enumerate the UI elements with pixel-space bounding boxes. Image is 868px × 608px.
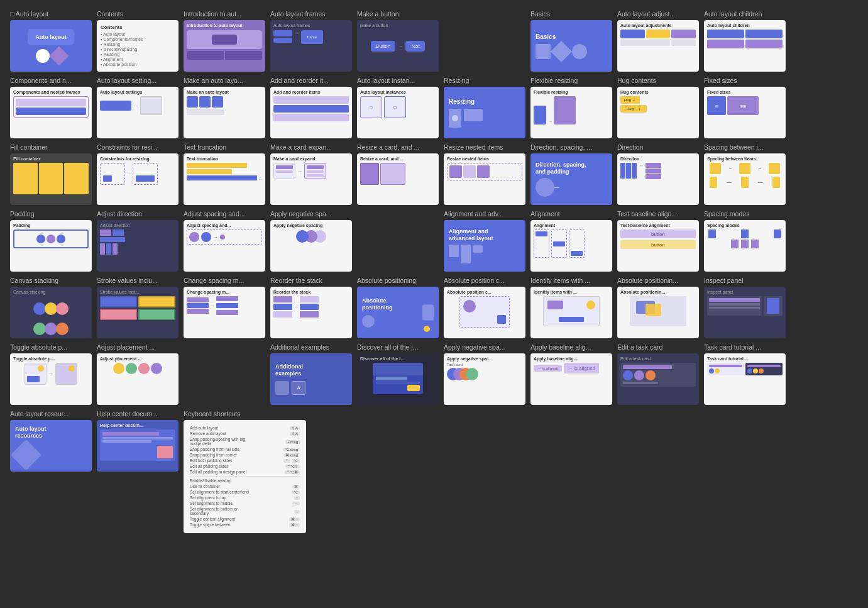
card-neg-space[interactable]: Apply negative spa... Apply negative spa…: [270, 210, 352, 272]
card-fill[interactable]: Fill container Fill container: [10, 143, 92, 205]
card-hug[interactable]: Hug contents Hug contents Hug ↔ Hug ↔↕: [617, 77, 699, 138]
card-thumbnail: Absolute position c...: [444, 287, 525, 338]
card-thumbnail: Text truncation ...: [184, 153, 265, 205]
card-apply-baseline[interactable]: Apply baseline alig... Apply baseline al…: [530, 343, 612, 405]
card-task-card[interactable]: Task card tutorial ... Task card tutoria…: [704, 343, 786, 405]
card-thumbnail: Adjust direction: [97, 220, 179, 272]
card-adj-direction[interactable]: Adjust direction Adjust direction: [97, 210, 179, 272]
card-fixed[interactable]: Fixed sizes Fixed sizes ⊞ ⊞⊞: [704, 77, 786, 138]
card-direction-spacing[interactable]: Direction, spacing, ... Direction, spaci…: [530, 143, 612, 205]
card-intro[interactable]: Introduction to aut... Introduction to a…: [184, 10, 265, 72]
card-abs-pos3[interactable]: Absolute positionin... Absolute position…: [617, 277, 699, 338]
card-shortcuts[interactable]: Keyboard shortcuts Add auto layout ⇧ A R…: [184, 410, 306, 533]
card-thumbnail: Canvas stacking: [10, 287, 92, 338]
card-identify[interactable]: Identify items with ... Identify items w…: [530, 277, 612, 338]
card-edit-task[interactable]: Edit a task card Edit a task card: [617, 343, 699, 405]
card-label: Auto layout setting...: [97, 77, 179, 84]
card-thumbnail: Change spacing m... →: [184, 287, 265, 338]
card-label: Direction: [617, 143, 699, 151]
card-thumbnail: Hug contents Hug ↔ Hug ↔↕: [617, 87, 699, 138]
card-apply-neg[interactable]: Apply negative spa... Apply negative spa…: [444, 343, 525, 405]
card-thumbnail: Help center docum...: [97, 420, 179, 472]
card-thumbnail: Identify items with ...: [530, 287, 612, 338]
card-additional[interactable]: Additional examples Additionalexamples A: [270, 343, 352, 405]
card-alignment[interactable]: Alignment Alignment: [530, 210, 612, 272]
card-label: Resize a card, and ...: [357, 143, 439, 151]
card-label: Alignment: [530, 210, 612, 218]
card-resizing[interactable]: Resizing Resizing: [444, 77, 525, 138]
card-canvas[interactable]: Canvas stacking Canvas stacking: [10, 277, 92, 338]
card-components[interactable]: Components and n... Components and neste…: [10, 77, 92, 138]
card-thumbnail: Make an auto layout: [184, 87, 265, 138]
card-label: Absolute positioning: [357, 277, 439, 284]
card-resize-card[interactable]: Resize a card, and ... Resize a card, an…: [357, 143, 439, 205]
card-expand[interactable]: Make a card expan... Make a card expand …: [270, 143, 352, 205]
card-thumbnail: Auto layout adjustments: [617, 20, 699, 72]
card-label: Adjust spacing and...: [184, 210, 265, 218]
card-thumbnail: Resize nested items: [444, 153, 525, 205]
card-reorder-stack[interactable]: Reorder the stack Reorder the stack →: [270, 277, 352, 338]
card-padding[interactable]: Padding Padding: [10, 210, 92, 272]
card-label: Toggle absolute p...: [10, 343, 92, 351]
card-constraints[interactable]: Constraints for resi... Constraints for …: [97, 143, 179, 205]
empty-spacer: [184, 343, 265, 405]
card-adj-place[interactable]: Adjust placement ... Adjust placement ..…: [97, 343, 179, 405]
card-thumbnail: Fill container: [10, 153, 92, 205]
card-thumbnail: Auto layout settings →: [97, 87, 179, 138]
card-adj-spacing[interactable]: Adjust spacing and... Adjust spacing and…: [184, 210, 265, 272]
card-make-auto[interactable]: Make an auto layo... Make an auto layout: [184, 77, 265, 138]
card-thumbnail: Toggle absolute p... →: [10, 353, 92, 405]
shortcuts-thumbnail: Add auto layout ⇧ A Remove auto layout ⇧…: [184, 420, 306, 533]
card-label: Auto layout instan...: [357, 77, 439, 84]
card-thumbnail: Spacing between items: [704, 153, 786, 205]
card-thumbnail: Task card tutorial ...: [704, 353, 786, 405]
card-resize-nested[interactable]: Resize nested items Resize nested items: [444, 143, 525, 205]
card-discover[interactable]: Discover all of the l... Discover all of…: [357, 343, 439, 405]
card-label: Edit a task card: [617, 343, 699, 351]
card-label: □ Auto layout: [10, 10, 92, 18]
card-label: Direction, spacing, ...: [530, 143, 612, 151]
card-spacing-modes[interactable]: Spacing modes Spacing modes: [704, 210, 786, 272]
card-flex-resize[interactable]: Flexible resizing Flexible resizing →: [530, 77, 612, 138]
card-basics[interactable]: Basics Basics: [530, 10, 612, 72]
card-thumbnail: Adjust spacing and... →: [184, 220, 265, 272]
card-toggle-abs[interactable]: Toggle absolute p... Toggle absolute p..…: [10, 343, 92, 405]
card-direction[interactable]: Direction Direction ↔: [617, 143, 699, 205]
card-baseline[interactable]: Test baseline align... Test baseline ali…: [617, 210, 699, 272]
card-abs-pos2[interactable]: Absolute position c... Absolute position…: [444, 277, 525, 338]
card-label: Reorder the stack: [270, 277, 352, 284]
card-change-spacing[interactable]: Change spacing m... Change spacing m... …: [184, 277, 265, 338]
card-instance[interactable]: Auto layout instan... Auto layout instan…: [357, 77, 439, 138]
card-inspect[interactable]: Inspect panel Inspect panel: [704, 277, 786, 338]
card-adjust[interactable]: Auto layout adjust... Auto layout adjust…: [617, 10, 699, 72]
card-thumbnail: Discover all of the l...: [357, 353, 439, 405]
card-children[interactable]: Auto layout children Auto layout childre…: [704, 10, 786, 72]
card-abs-pos[interactable]: Absolute positioning Absolutepositioning: [357, 277, 439, 338]
card-help[interactable]: Help center docum... Help center docum..…: [97, 410, 179, 533]
card-thumbnail: Stroke values inclu...: [97, 287, 179, 338]
card-thumbnail: Resizing: [444, 87, 525, 138]
card-auto-layout[interactable]: □ Auto layout Auto layout: [10, 10, 92, 72]
card-spacing[interactable]: Spacing between i... Spacing between ite…: [704, 143, 786, 205]
empty-spacer: [357, 210, 439, 272]
card-label: Flexible resizing: [530, 77, 612, 84]
card-thumbnail: Test baseline alignment button button: [617, 220, 699, 272]
card-label: Absolute position c...: [444, 277, 525, 284]
card-stroke[interactable]: Stroke values inclu... Stroke values inc…: [97, 277, 179, 338]
card-reorder[interactable]: Add and reorder it... Add and reorder it…: [270, 77, 352, 138]
card-make-button[interactable]: Make a button Make a button Button → Tex…: [357, 10, 439, 72]
card-settings[interactable]: Auto layout setting... Auto layout setti…: [97, 77, 179, 138]
card-thumbnail: Apply negative spa... Task card: [444, 353, 525, 405]
card-alignment-adv[interactable]: Alignment and adv... Alignment andadvanc…: [444, 210, 525, 272]
card-contents[interactable]: Contents Contents • Auto layout • Compon…: [97, 10, 179, 72]
card-label: Make a card expan...: [270, 143, 352, 151]
card-thumbnail: Add and reorder items: [270, 87, 352, 138]
card-frames[interactable]: Auto layout frames Auto layout frames → …: [270, 10, 352, 72]
card-resources[interactable]: Auto layout resour... Auto layoutresourc…: [10, 410, 92, 533]
card-thumbnail: Padding: [10, 220, 92, 272]
card-label: Padding: [10, 210, 92, 218]
card-thumbnail: Direction ↔: [617, 153, 699, 205]
card-truncation[interactable]: Text truncation Text truncation ...: [184, 143, 265, 205]
card-label: Fixed sizes: [704, 77, 786, 84]
card-label: Text truncation: [184, 143, 265, 151]
